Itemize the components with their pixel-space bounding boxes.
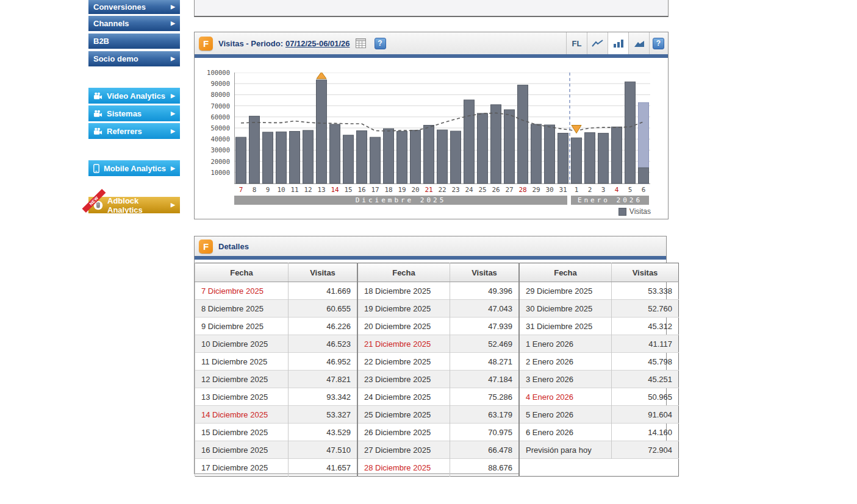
fecha-cell: 22 Diciembre 2025 bbox=[357, 353, 450, 371]
bar bbox=[384, 129, 394, 183]
bar bbox=[343, 135, 354, 183]
y-tick-label: 50000 bbox=[195, 124, 230, 132]
sidebar-item-mobile-analytics[interactable]: Mobile Analytics ▶ bbox=[88, 160, 180, 176]
chevron-right-icon: ▶ bbox=[171, 129, 175, 134]
chart-plot-area bbox=[234, 73, 650, 185]
day-tick-label: 21 bbox=[422, 186, 436, 194]
chart-panel-header: F Visitas - Periodo: 07/12/25-06/01/26 ?… bbox=[195, 32, 668, 54]
area-chart-button[interactable] bbox=[628, 32, 649, 54]
peak-marker-icon bbox=[317, 73, 326, 79]
bar bbox=[464, 100, 475, 183]
visitas-cell: 41.669 bbox=[289, 282, 358, 300]
bar bbox=[290, 132, 300, 183]
fecha-cell: 1 Enero 2026 bbox=[519, 335, 612, 353]
column-header-fecha: Fecha bbox=[519, 263, 612, 282]
bar bbox=[518, 85, 528, 183]
y-tick-label: 60000 bbox=[195, 113, 230, 121]
chevron-right-icon: ▶ bbox=[171, 166, 175, 171]
visitas-cell: 88.676 bbox=[450, 459, 520, 477]
bar-chart-button[interactable] bbox=[608, 32, 628, 54]
table-row: 17 Diciembre 202541.65728 Diciembre 2025… bbox=[195, 459, 679, 477]
day-tick-label: 23 bbox=[449, 186, 462, 194]
flash-toggle-button[interactable]: FL bbox=[566, 32, 587, 54]
calendar-icon[interactable] bbox=[356, 38, 366, 48]
column-header-visitas: Visitas bbox=[450, 263, 520, 282]
visits-chart-panel: F Visitas - Periodo: 07/12/25-06/01/26 ?… bbox=[194, 32, 669, 219]
y-tick-label: 90000 bbox=[195, 80, 230, 87]
sidebar-item-channels[interactable]: Channels ▶ bbox=[88, 16, 180, 31]
visitas-cell: 46.952 bbox=[289, 353, 358, 371]
line-chart-button[interactable] bbox=[587, 32, 608, 54]
visitas-cell: 60.655 bbox=[289, 300, 358, 318]
fecha-cell: 30 Diciembre 2025 bbox=[519, 300, 612, 318]
bar bbox=[545, 125, 555, 183]
sidebar-item-label: Video Analytics bbox=[107, 91, 165, 101]
bar bbox=[330, 124, 340, 183]
visitas-cell: 43.529 bbox=[289, 424, 358, 441]
fecha-cell: Previsión para hoy bbox=[519, 441, 612, 459]
visitas-cell: 52.469 bbox=[450, 335, 520, 353]
bar-chart-icon bbox=[614, 39, 623, 48]
visitas-cell: 14.160 bbox=[612, 424, 679, 441]
sidebar-item-b2b[interactable]: B2B bbox=[88, 34, 180, 49]
sidebar-item-label: Sistemas bbox=[107, 109, 142, 118]
day-tick-label: 24 bbox=[462, 186, 476, 194]
sidebar-item-conversiones[interactable]: Conversiones ▶ bbox=[88, 0, 180, 14]
bar bbox=[491, 105, 501, 183]
fecha-cell: 26 Diciembre 2025 bbox=[357, 424, 450, 441]
chevron-right-icon: ▶ bbox=[171, 111, 175, 116]
day-tick-label: 11 bbox=[288, 186, 301, 194]
day-tick-label: 22 bbox=[436, 186, 449, 194]
visitas-cell: 47.043 bbox=[450, 300, 520, 318]
sidebar-item-video-analytics[interactable]: Video Analytics ▶ bbox=[88, 88, 180, 104]
y-tick-label: 70000 bbox=[195, 102, 230, 110]
visitas-cell: 75.286 bbox=[450, 388, 520, 406]
day-tick-label: 12 bbox=[301, 186, 315, 194]
visitas-cell: 47.939 bbox=[450, 318, 520, 335]
sidebar-item-label: Conversiones bbox=[93, 2, 146, 12]
fecha-cell: 16 Diciembre 2025 bbox=[195, 441, 289, 459]
y-tick-label: 100000 bbox=[195, 69, 230, 76]
bar bbox=[276, 132, 287, 183]
fecha-cell: 27 Diciembre 2025 bbox=[357, 441, 450, 459]
sidebar-item-socio-demo[interactable]: Socio demo ▶ bbox=[88, 51, 180, 66]
help-icon[interactable]: ? bbox=[653, 38, 664, 49]
fecha-cell: 15 Diciembre 2025 bbox=[195, 424, 289, 441]
chart-panel-title: Visitas - Periodo: bbox=[218, 39, 283, 48]
fecha-cell: 10 Diciembre 2025 bbox=[195, 335, 289, 353]
column-header-fecha: Fecha bbox=[195, 263, 289, 282]
chart-type-toolbar: FL ? bbox=[566, 32, 668, 54]
bar bbox=[585, 133, 595, 183]
day-tick-label: 8 bbox=[248, 186, 261, 194]
period-link[interactable]: 07/12/25-06/01/26 bbox=[285, 39, 350, 48]
mobile-phone-icon bbox=[93, 164, 99, 173]
column-header-fecha: Fecha bbox=[357, 263, 450, 282]
fecha-cell: 11 Diciembre 2025 bbox=[195, 353, 289, 371]
day-tick-label: 10 bbox=[274, 186, 288, 194]
bar bbox=[317, 80, 327, 183]
fecha-cell: 20 Diciembre 2025 bbox=[357, 318, 450, 335]
y-tick-label: 30000 bbox=[195, 146, 230, 154]
day-tick-label: 7 bbox=[234, 186, 248, 194]
x-axis-day-labels: 7891011121314151617181920212223242526272… bbox=[234, 186, 650, 194]
bar bbox=[598, 133, 609, 183]
help-icon[interactable]: ? bbox=[375, 38, 386, 49]
table-row: 9 Diciembre 202546.22620 Diciembre 20254… bbox=[195, 318, 679, 335]
bar bbox=[249, 116, 260, 183]
visits-bar-chart: 1000020000300004000050000600007000080000… bbox=[195, 58, 668, 216]
sidebar-item-referrers[interactable]: Referrers ▶ bbox=[88, 123, 180, 139]
brand-f-logo: F bbox=[199, 240, 213, 254]
day-tick-label: 18 bbox=[382, 186, 395, 194]
table-row: 8 Diciembre 202560.65519 Diciembre 20254… bbox=[195, 300, 679, 318]
day-tick-label: 16 bbox=[355, 186, 368, 194]
sidebar-item-label: Mobile Analytics bbox=[104, 164, 166, 173]
area-chart-icon bbox=[634, 39, 645, 48]
fecha-cell: 9 Diciembre 2025 bbox=[195, 318, 289, 335]
bar bbox=[303, 130, 314, 183]
sidebar-item-sistemas[interactable]: Sistemas ▶ bbox=[88, 105, 180, 121]
visitas-cell: 45.798 bbox=[612, 353, 679, 371]
table-row: 12 Diciembre 202547.82123 Diciembre 2025… bbox=[195, 371, 679, 388]
sidebar-item-adblock-analytics[interactable]: NEW Adblock Analytics ▶ bbox=[88, 197, 180, 213]
fecha-cell: 2 Enero 2026 bbox=[519, 353, 612, 371]
fecha-cell: 21 Diciembre 2025 bbox=[357, 335, 450, 353]
